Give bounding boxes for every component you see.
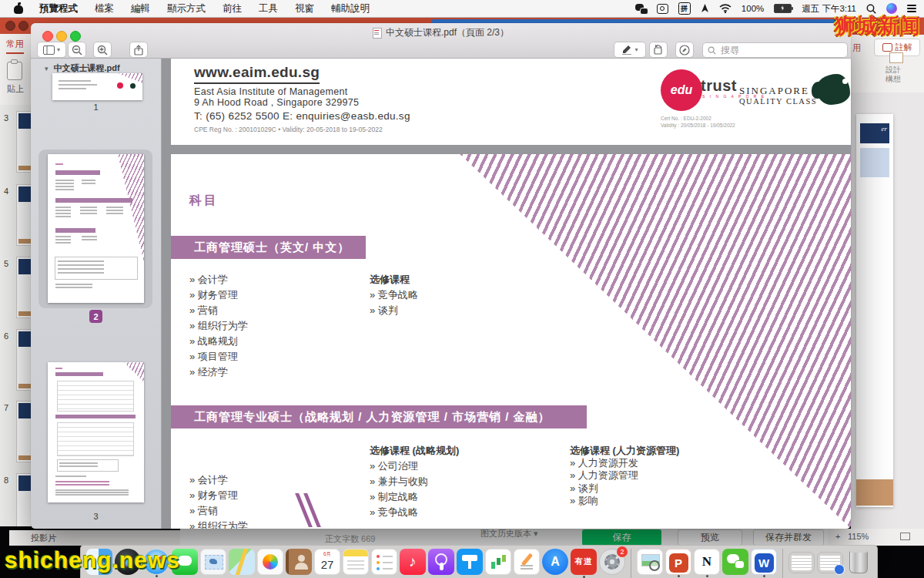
thumbnail-sidebar: ▾ 中文硕士课程.pdf 1 xyxy=(31,59,162,529)
search-input[interactable] xyxy=(719,44,842,56)
trash-icon[interactable] xyxy=(845,549,872,575)
editor-save-button[interactable]: 保存 xyxy=(582,529,661,546)
desktop: 常用 貼上 3 4 5 6 7 8 用 註解 設計構想 er xyxy=(0,0,924,578)
ppt-design-ideas[interactable]: 設計構想 xyxy=(886,66,901,84)
slide-number[interactable]: 5 xyxy=(4,259,8,268)
system-preferences-icon[interactable]: 2 xyxy=(599,549,625,575)
location-arrow-icon[interactable] xyxy=(701,4,709,13)
slide-thumbnail[interactable] xyxy=(17,330,31,390)
apple-menu-icon[interactable] xyxy=(14,3,24,14)
pages-icon[interactable] xyxy=(514,549,540,575)
mail-icon[interactable] xyxy=(200,549,226,575)
zoom-level[interactable]: 115% xyxy=(848,532,869,541)
keynote-icon[interactable] xyxy=(457,549,483,575)
menu-bar: 預覽程式 檔案 編輯 顯示方式 前往 工具 視窗 輔助說明 拼 100% 週五 … xyxy=(0,0,924,18)
slide-number[interactable]: 6 xyxy=(4,331,8,341)
fit-slide-icon[interactable] xyxy=(900,533,910,540)
ppt-home-tab[interactable]: 常用 xyxy=(6,39,24,54)
notes-icon[interactable] xyxy=(343,549,369,575)
slide-number[interactable]: 3 xyxy=(4,113,8,123)
sidebar-doc-header[interactable]: ▾ 中文硕士课程.pdf xyxy=(45,62,120,74)
pmba-electives-hr: 选修课程 (人力资源管理) » 人力资源开发 » 人力资源管理 » 谈判 » 影… xyxy=(570,445,679,507)
youdao-dict-icon[interactable]: 有道 xyxy=(571,549,597,575)
page-1-thumbnail[interactable] xyxy=(52,73,142,100)
zoom-out-button[interactable] xyxy=(68,42,86,58)
podcasts-icon[interactable] xyxy=(428,549,454,575)
rotate-button[interactable] xyxy=(649,42,668,58)
battery-percent: 100% xyxy=(742,4,764,13)
numbers-icon[interactable] xyxy=(485,549,511,575)
purple-stripes-decoration xyxy=(171,154,851,529)
ppt-paste-button[interactable]: 貼上 xyxy=(7,83,24,95)
menu-file[interactable]: 檔案 xyxy=(95,2,114,15)
battery-icon[interactable] xyxy=(774,4,792,13)
preview-window: 中文硕士课程.pdf（頁面 2/3） ▾ ▾ xyxy=(31,23,851,529)
contacts-icon[interactable] xyxy=(286,549,312,575)
slide-thumbnail[interactable] xyxy=(17,474,31,534)
menu-window[interactable]: 視窗 xyxy=(295,2,314,15)
minimized-window-icon[interactable] xyxy=(788,552,815,573)
word-icon[interactable]: W xyxy=(751,549,777,575)
maps-icon[interactable] xyxy=(229,549,255,575)
preview-app-icon[interactable] xyxy=(637,549,663,575)
slide-thumbnail[interactable] xyxy=(17,402,31,462)
search-field[interactable] xyxy=(702,42,848,58)
mba-course-list: » 会计学 » 财务管理 » 营销 » 组织行为学 » 战略规划 » 项目管理 … xyxy=(189,272,248,380)
org-name: East Asia Institute of Management xyxy=(194,86,348,97)
zoom-in-button[interactable] xyxy=(93,42,112,58)
editor-preview-button[interactable]: 预览 xyxy=(678,529,742,546)
minimized-window-icon[interactable] xyxy=(817,552,843,573)
pinyin-input-icon[interactable]: 拼 xyxy=(678,2,691,15)
ppt-slide-panel: 3 4 5 6 7 8 xyxy=(0,105,31,529)
calendar-icon[interactable]: 6月 27 xyxy=(314,549,340,575)
photos-icon[interactable] xyxy=(257,549,283,575)
powerpoint-icon[interactable]: P xyxy=(665,549,691,575)
page-2-selected-label: 2 xyxy=(89,310,102,323)
wifi-icon[interactable] xyxy=(719,4,732,13)
menu-edit[interactable]: 編輯 xyxy=(131,2,150,15)
slide-text-snippet: er xyxy=(860,123,889,143)
ppt-share-button-partial[interactable]: 用 xyxy=(852,42,861,54)
org-registration: CPE Reg No. : 200101029C • Validity: 20-… xyxy=(194,126,383,133)
menu-tools[interactable]: 工具 xyxy=(259,2,278,15)
slide-thumbnail[interactable] xyxy=(17,112,31,172)
page-2-thumbnail[interactable] xyxy=(48,154,144,303)
editor-history-link[interactable]: 图文历史版本 ▾ xyxy=(480,528,538,539)
preview-titlebar[interactable]: 中文硕士课程.pdf（頁面 2/3） ▾ ▾ xyxy=(31,23,851,59)
page-3-label: 3 xyxy=(31,512,161,521)
markup-button[interactable] xyxy=(675,42,694,58)
menu-help[interactable]: 輔助說明 xyxy=(331,2,370,15)
disclosure-triangle-icon[interactable]: ▾ xyxy=(45,65,49,72)
slide-thumbnail[interactable] xyxy=(17,185,31,245)
ime-bubble-icon[interactable] xyxy=(657,4,668,14)
wechat-icon[interactable] xyxy=(722,549,748,575)
ppt-status-bar-left: 投影片 xyxy=(9,530,180,546)
notion-icon[interactable]: N xyxy=(694,549,720,575)
share-button[interactable] xyxy=(129,42,148,58)
menu-go[interactable]: 前往 xyxy=(223,2,242,15)
app-store-icon[interactable]: A xyxy=(542,549,568,575)
sidebar-view-button[interactable]: ▾ xyxy=(37,42,66,58)
edutrust-wordmark: trust xyxy=(701,77,737,95)
zoom-plus-button[interactable]: + xyxy=(835,532,840,541)
highlight-button[interactable]: ▾ xyxy=(614,42,646,58)
music-icon[interactable]: ♪ xyxy=(400,549,426,575)
ppt-minimize-button[interactable] xyxy=(18,21,28,31)
pdf-page-1: www.eaim.edu.sg East Asia Institute of M… xyxy=(171,59,851,145)
notification-center-icon[interactable] xyxy=(907,5,916,12)
pdf-content-area[interactable]: www.eaim.edu.sg East Asia Institute of M… xyxy=(162,59,851,529)
menu-app-name[interactable]: 預覽程式 xyxy=(39,2,78,15)
editor-save-send-button[interactable]: 保存并群发 xyxy=(753,529,824,546)
slide-number[interactable]: 4 xyxy=(4,187,8,196)
dock-separator xyxy=(782,549,783,578)
page-3-thumbnail[interactable] xyxy=(48,362,144,502)
slide-number[interactable]: 7 xyxy=(4,403,8,412)
edutrust-logo-icon: edu xyxy=(661,69,702,111)
notification-badge: 2 xyxy=(617,546,628,557)
slide-thumbnail[interactable] xyxy=(17,257,31,318)
ppt-close-button[interactable] xyxy=(5,21,15,31)
reminders-icon[interactable] xyxy=(371,549,397,575)
slide-number[interactable]: 8 xyxy=(4,476,8,485)
wechat-status-icon[interactable] xyxy=(635,4,647,14)
menu-view[interactable]: 顯示方式 xyxy=(167,2,206,15)
